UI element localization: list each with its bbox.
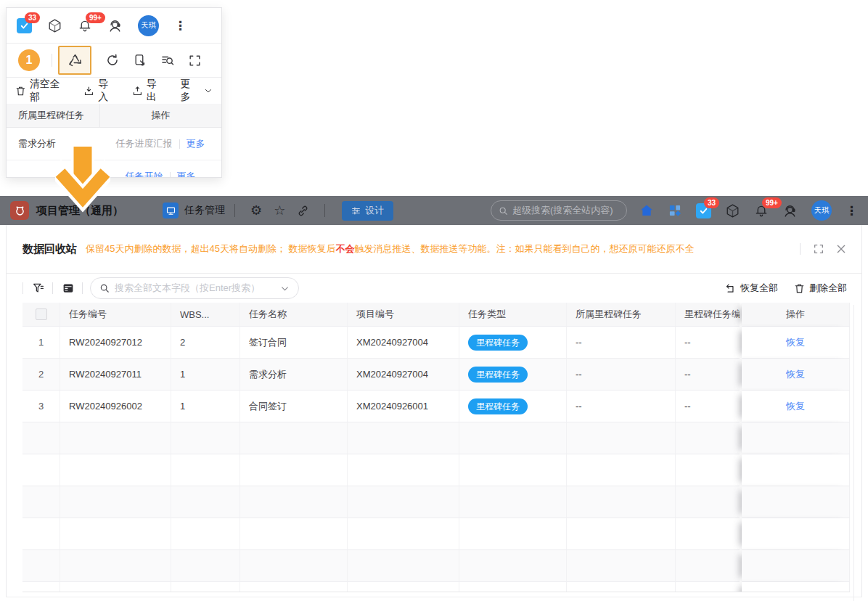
select-all-checkbox[interactable] — [36, 308, 47, 320]
table-row[interactable]: 1 RW20240927012 2 签订合同 XM20240927004 里程碑… — [22, 327, 850, 359]
divider — [170, 172, 171, 179]
trash-icon — [15, 86, 26, 97]
trash-icon — [794, 283, 805, 294]
favorite-star-icon[interactable]: ☆ — [274, 204, 285, 217]
empty-table-row — [22, 454, 850, 486]
table-header: 任务编号 WBS... 任务名称 项目编号 任务类型 所属里程碑任务 里程碑任务… — [22, 303, 850, 327]
kebab-menu-icon[interactable]: ⋮ — [846, 205, 858, 217]
design-button[interactable]: 设计 — [342, 201, 393, 221]
app-logo[interactable] — [10, 201, 29, 220]
column-header-milestone: 所属里程碑任务 — [7, 104, 100, 127]
restore-icon — [725, 283, 736, 294]
task-no-cell: RW20240926002 — [60, 391, 171, 422]
column-settings-button[interactable] — [62, 282, 75, 295]
fullscreen-button[interactable] — [813, 243, 824, 255]
project-no-cell: XM20240926001 — [348, 391, 459, 422]
recycle-bin-panel: 数据回收站 保留45天内删除的数据，超出45天将自动删除； 数据恢复后不会触发消… — [6, 225, 862, 597]
restore-link[interactable]: 恢复 — [786, 336, 805, 349]
more-link[interactable]: 更多 — [187, 137, 205, 150]
divider — [800, 243, 801, 255]
column-header-task-type[interactable]: 任务类型 — [459, 303, 567, 327]
popup-table-row: -- 任务开始 更多 — [7, 160, 221, 178]
milestone-cell: -- — [567, 327, 676, 359]
milestone-no-cell: -- — [676, 391, 740, 422]
restore-link[interactable]: 恢复 — [786, 400, 805, 413]
column-header-milestone[interactable]: 所属里程碑任务 — [567, 303, 676, 327]
row-index-cell: 1 — [22, 327, 60, 359]
table-row[interactable]: 3 RW20240926002 1 合同签订 XM20240926001 里程碑… — [22, 391, 850, 422]
fullscreen-button[interactable] — [188, 54, 202, 68]
action-link[interactable]: 任务开始 — [126, 170, 163, 178]
column-header-task-no[interactable]: 任务编号 — [60, 303, 171, 327]
column-header-milestone-no[interactable]: 里程碑任务编号 — [676, 303, 740, 327]
notification-badge: 99+ — [762, 197, 782, 208]
vertical-scrollbar-track[interactable] — [853, 305, 854, 601]
todo-icon[interactable]: 33 — [17, 18, 32, 33]
bell-icon[interactable]: 99+ — [754, 203, 769, 218]
restore-all-button[interactable]: 恢复全部 — [725, 282, 778, 295]
column-header-project-no[interactable]: 项目编号 — [348, 303, 459, 327]
retention-notice: 保留45天内删除的数据，超出45天将自动删除； 数据恢复后不会触发消息推送、数据… — [86, 242, 800, 255]
delete-all-button[interactable]: 删除全部 — [794, 282, 847, 295]
popup-actions-row: 清空全部 导入 导出 更多 — [7, 78, 221, 104]
more-button[interactable]: 更多 — [180, 78, 213, 104]
wbs-cell: 1 — [171, 391, 240, 422]
project-no-cell: XM20240927004 — [348, 327, 459, 359]
task-type-badge: 里程碑任务 — [468, 335, 528, 351]
bell-icon[interactable]: 99+ — [78, 18, 92, 33]
document-link-button[interactable] — [133, 53, 147, 68]
milestone-cell: -- — [567, 391, 676, 422]
row-index-cell: 2 — [22, 359, 60, 391]
annotation-arrow-down — [55, 147, 110, 215]
todo-badge: 33 — [704, 197, 719, 208]
wbs-cell: 1 — [171, 359, 240, 391]
recycle-bin-table: 任务编号 WBS... 任务名称 项目编号 任务类型 所属里程碑任务 里程碑任务… — [22, 303, 850, 592]
filter-funnel-button[interactable] — [32, 282, 45, 295]
search-placeholder: 搜索全部文本字段（按Enter搜索） — [115, 282, 275, 295]
refresh-button[interactable] — [105, 53, 120, 68]
action-muted-link[interactable]: 任务进度汇报 — [116, 137, 173, 150]
global-search-input[interactable]: 超级搜索(搜索全站内容) — [491, 200, 627, 221]
restore-link[interactable]: 恢复 — [786, 368, 805, 381]
action-cell: 恢复 — [742, 359, 850, 391]
home-icon[interactable] — [639, 203, 654, 218]
table-body: 1 RW20240927012 2 签订合同 XM20240927004 里程碑… — [22, 327, 850, 592]
user-avatar[interactable]: 天琪 — [811, 200, 832, 221]
page-title: 数据回收站 — [22, 242, 77, 256]
action-cell: 任务进度汇报 更多 — [99, 137, 221, 150]
main-window: 项目管理（通用） 任务管理 ⚙ ☆ 设计 超级搜索(搜索全站内容) — [0, 196, 868, 601]
select-all-cell — [22, 303, 60, 327]
support-headset-icon[interactable] — [782, 203, 798, 218]
column-header-task-name[interactable]: 任务名称 — [240, 303, 348, 327]
import-button[interactable]: 导入 — [83, 78, 118, 104]
link-icon[interactable] — [297, 205, 309, 217]
kebab-menu-icon[interactable]: ⋮ — [174, 20, 187, 32]
search-placeholder: 超级搜索(搜索全站内容) — [512, 204, 613, 217]
milestone-no-cell: -- — [676, 359, 740, 391]
task-type-badge: 里程碑任务 — [468, 398, 528, 414]
column-header-action[interactable]: 操作 — [742, 303, 850, 327]
support-headset-icon[interactable] — [107, 18, 123, 33]
close-button[interactable] — [835, 243, 847, 255]
project-no-cell: XM20240927004 — [348, 359, 459, 391]
table-row[interactable]: 2 RW20240927011 1 需求分析 XM20240927004 里程碑… — [22, 359, 850, 391]
module-label: 任务管理 — [184, 204, 225, 217]
hexagon-app-icon[interactable] — [725, 203, 740, 218]
divider — [22, 282, 23, 294]
more-link[interactable]: 更多 — [177, 170, 196, 178]
settings-gear-icon[interactable]: ⚙ — [250, 204, 262, 217]
clear-all-button[interactable]: 清空全部 — [15, 78, 70, 104]
table-search-input[interactable]: 搜索全部文本字段（按Enter搜索） — [90, 277, 299, 299]
user-avatar[interactable]: 天琪 — [138, 15, 159, 36]
query-search-button[interactable] — [160, 53, 175, 68]
module-switcher[interactable]: 任务管理 — [163, 203, 225, 218]
column-header-wbs[interactable]: WBS... — [171, 303, 240, 327]
apps-grid-icon[interactable] — [668, 203, 682, 218]
todo-icon[interactable]: 33 — [696, 203, 711, 218]
export-button[interactable]: 导出 — [132, 78, 167, 104]
task-type-cell: 里程碑任务 — [459, 327, 567, 359]
task-name-cell: 合同签订 — [240, 391, 348, 422]
popup-table-header: 所属里程碑任务 操作 — [7, 104, 221, 128]
recycle-bin-button-highlighted[interactable] — [58, 46, 91, 75]
hexagon-app-icon[interactable] — [47, 18, 62, 33]
